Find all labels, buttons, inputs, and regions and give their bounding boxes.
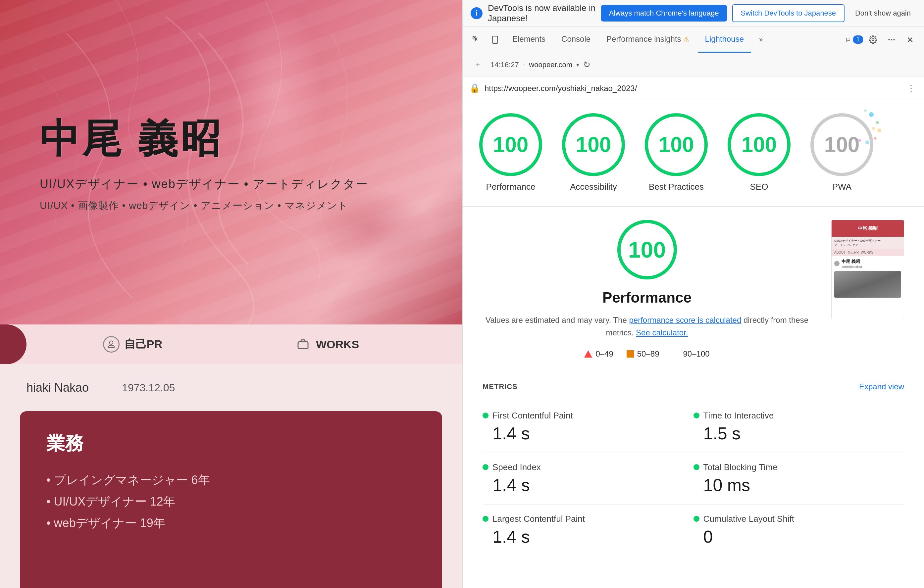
dont-show-button[interactable]: Don't show again (850, 5, 916, 21)
metric-item: Time to Interactive 1.5 s (693, 401, 904, 453)
inspect-icon[interactable] (468, 31, 485, 48)
metric-value: 1.5 s (693, 423, 904, 443)
thumb-nav-works: WORKS (861, 250, 873, 254)
thumb-avatar-large (834, 271, 901, 298)
perf-score-link[interactable]: performance score is calculated (629, 316, 741, 324)
devtools-notification: i DevTools is now available in Japanese!… (463, 0, 924, 26)
devtools-panel: i DevTools is now available in Japanese!… (462, 0, 924, 588)
url-text: https://woopeer.com/yoshiaki_nakao_2023/ (485, 84, 900, 93)
thumb-subtitle1: UI/UXデザイナー・webデザイナー (834, 239, 901, 243)
score-performance: 100 Performance (479, 113, 542, 193)
chat-button[interactable]: 1 (846, 31, 863, 48)
settings-icon[interactable] (865, 31, 882, 48)
hero-name: 中尾 義昭 (40, 112, 462, 166)
business-item-1: プレイングマネージャー 6年 (46, 469, 416, 491)
url-menu-button[interactable]: ⋮ (905, 81, 917, 96)
legend-good-label: 90–100 (683, 349, 710, 359)
legend-bad: 0–49 (584, 349, 613, 359)
tab-elements[interactable]: Elements (505, 26, 553, 53)
svg-point-12 (877, 128, 881, 132)
metric-label-row: Cumulative Layout Shift (693, 514, 904, 524)
score-circle-best-practices: 100 (645, 113, 708, 176)
device-icon[interactable] (487, 31, 504, 48)
legend-ok: 50–89 (627, 349, 659, 359)
add-tab-button[interactable]: + (469, 56, 487, 74)
tabs-overflow-button[interactable]: » (752, 31, 770, 48)
match-language-button[interactable]: Always match Chrome's language (601, 5, 727, 21)
business-title: 業務 (46, 431, 416, 456)
legend-good-icon (673, 350, 680, 357)
nav-item-works[interactable]: WORKS (295, 336, 359, 352)
hero-section: 中尾 義昭 UI/UXデザイナー • webデザイナー • アートディレクター … (0, 0, 462, 324)
svg-point-7 (893, 39, 894, 40)
nav-icon-pr (103, 336, 120, 352)
business-item-3: webデザイナー 19年 (46, 512, 416, 534)
business-list: プレイングマネージャー 6年 UI/UXデザイナー 12年 webデザイナー 1… (46, 469, 416, 534)
address-bar: + 14:16:27 - woopeer.com ▾ ↻ (463, 53, 924, 77)
thumb-nav-pr: 自己PR (848, 250, 859, 255)
perf-desc-text3: metrics. (606, 328, 634, 337)
perf-calculator-link[interactable]: See calculator. (636, 328, 688, 337)
website-thumbnail: 中尾 義昭 UI/UXデザイナー・webデザイナー アートディレクター ABOU… (831, 220, 904, 359)
tab-console[interactable]: Console (554, 26, 598, 53)
more-options-icon[interactable] (883, 31, 900, 48)
perf-desc-text2: directly from these (744, 316, 808, 324)
metric-dot (483, 464, 488, 470)
metric-label-row: Speed Index (483, 462, 693, 473)
thumb-content: 中尾 義昭 Yoshiaki Nakao (832, 256, 904, 300)
website-nav: 自己PR WORKS (0, 324, 462, 364)
thumb-container: 中尾 義昭 UI/UXデザイナー・webデザイナー アートディレクター ABOU… (831, 220, 904, 319)
score-label-performance: Performance (486, 181, 536, 193)
address-separator: - (523, 61, 525, 69)
perf-desc: Values are estimated and may vary. The p… (483, 314, 812, 339)
devtools-tabs: Elements Console Performance insights ⚠ … (463, 26, 924, 53)
tab-lighthouse[interactable]: Lighthouse (698, 26, 751, 53)
legend-bad-icon (584, 350, 592, 357)
tab-performance-insights[interactable]: Performance insights ⚠ (599, 26, 696, 53)
legend-ok-label: 50–89 (637, 349, 659, 359)
thumb-social-name: 中尾 義昭 (842, 259, 862, 265)
close-devtools-button[interactable] (901, 31, 919, 48)
metric-value: 10 ms (693, 475, 904, 495)
metrics-grid: First Contentful Paint 1.4 s Time to Int… (483, 401, 904, 556)
score-label-accessibility: Accessibility (570, 181, 617, 193)
svg-point-14 (865, 140, 870, 144)
metric-dot (483, 516, 488, 522)
svg-point-5 (888, 39, 889, 40)
metric-label: Cumulative Layout Shift (703, 514, 795, 524)
score-label-seo: SEO (750, 181, 768, 193)
legend-bad-label: 0–49 (596, 349, 613, 359)
score-value-best-practices: 100 (659, 132, 694, 157)
metrics-section: METRICS Expand view First Contentful Pai… (463, 372, 924, 566)
metric-dot (693, 464, 700, 470)
svg-point-11 (876, 121, 879, 124)
nav-label-works: WORKS (316, 338, 359, 351)
score-value-performance: 100 (493, 132, 528, 157)
business-section: 業務 プレイングマネージャー 6年 UI/UXデザイナー 12年 webデザイナ… (20, 411, 442, 588)
thumb-hero-name: 中尾 義昭 (858, 226, 878, 231)
score-circle-performance: 100 (479, 113, 542, 176)
performance-left: 100 Performance Values are estimated and… (483, 220, 812, 359)
devtools-toolbar-right: 1 (846, 31, 919, 48)
score-legend: 0–49 50–89 90–100 (483, 349, 812, 359)
metrics-header: METRICS Expand view (483, 382, 904, 391)
profile-name: hiaki Nakao (26, 381, 89, 395)
perf-desc-text1: Values are estimated and may vary. The (485, 316, 627, 324)
expand-view-button[interactable]: Expand view (859, 382, 904, 391)
switch-language-button[interactable]: Switch DevTools to Japanese (732, 4, 845, 22)
nav-item-pr[interactable]: 自己PR (103, 336, 162, 352)
profile-dob: 1973.12.05 (122, 382, 175, 394)
svg-point-13 (874, 137, 876, 139)
score-label-pwa: PWA (832, 181, 851, 193)
perf-score-value: 100 (628, 237, 666, 262)
metric-label: First Contentful Paint (492, 410, 573, 421)
metric-dot (483, 413, 488, 418)
hero-tags: UI/UX • 画像製作 • webデザイン • アニメーション • マネジメン… (40, 199, 462, 212)
chat-badge: 1 (853, 35, 863, 44)
thumb-social-handle: Yoshiaki Nakao (842, 265, 862, 268)
score-best-practices: 100 Best Practices (645, 113, 708, 193)
score-seo: 100 SEO (728, 113, 790, 193)
reload-icon[interactable]: ↻ (583, 59, 591, 70)
metric-label: Total Blocking Time (703, 462, 778, 473)
lock-icon: 🔒 (469, 83, 480, 93)
